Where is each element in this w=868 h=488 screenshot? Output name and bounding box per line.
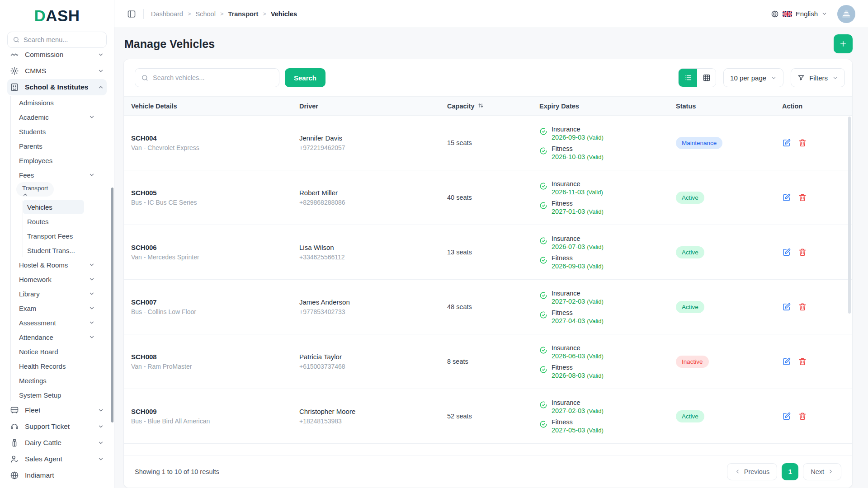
sidebar-item-transport-fees[interactable]: Transport Fees [23,229,84,243]
previous-page-button[interactable]: Previous [727,463,777,480]
sidebar-item-vehicles[interactable]: Vehicles [23,200,84,214]
sidebar-item-school-institutes[interactable]: School & Institutes [7,79,107,95]
status-cell: Active [676,192,782,204]
next-page-button[interactable]: Next [803,463,841,480]
sidebar-item-attendance[interactable]: Attendance [16,330,98,344]
sidebar-item-notice-board[interactable]: Notice Board [16,344,98,359]
delete-button[interactable] [798,193,807,202]
sidebar-item-hostel-rooms[interactable]: Hostel & Rooms [16,258,98,272]
page-1-button[interactable]: 1 [782,463,798,480]
language-label: English [796,10,818,18]
col-expiry-dates: Expiry Dates [539,103,676,110]
delete-button[interactable] [798,412,807,421]
sidebar-item-meetings[interactable]: Meetings [16,373,98,388]
sidebar-scrollbar[interactable] [111,188,113,422]
delete-button[interactable] [798,138,807,147]
vehicle-details-cell: SCH005 Bus - IC Bus CE Series [131,189,299,206]
sidebar-item-sales-agent[interactable]: Sales Agent [7,451,107,467]
sidebar-menu: Commission CMMS School & Institutes Admi… [0,52,114,488]
search-button[interactable]: Search [285,68,326,87]
chevron-down-icon [771,75,777,81]
delete-button[interactable] [798,357,807,366]
sidebar-item-fees[interactable]: Fees [16,168,98,182]
sidebar-item-exam[interactable]: Exam [16,301,98,315]
vehicle-details-cell: SCH009 Bus - Blue Bird All American [131,408,299,425]
sidebar-item-students[interactable]: Students [16,124,98,139]
edit-button[interactable] [782,193,791,202]
vehicle-search[interactable] [135,68,279,87]
card-footer: Showing 1 to 10 of 10 results Previous 1… [124,455,852,488]
delete-button[interactable] [798,302,807,311]
grid-view-button[interactable] [697,69,716,87]
insurance-expiry: Insurance 2027-02-03 (Valid) [539,290,676,305]
headset-icon [10,422,19,431]
add-vehicle-button[interactable] [834,34,853,53]
table-scrollbar[interactable] [848,117,851,314]
breadcrumb: Dashboard > School > Transport > Vehicle… [151,10,297,18]
sidebar-item-library[interactable]: Library [16,286,98,301]
filter-funnel-icon [797,74,805,81]
vehicle-search-input[interactable] [153,74,273,81]
avatar[interactable] [837,5,855,23]
sidebar-item-cmms[interactable]: CMMS [7,63,107,79]
chevron-down-icon [98,440,104,446]
sidebar-item-indiamart[interactable]: Indiamart [7,467,107,483]
language-selector[interactable]: English [771,10,827,18]
sidebar-item-commission[interactable]: Commission [7,52,107,63]
commission-icon [10,52,19,59]
gear-icon [10,66,19,75]
expiry-cell: Insurance 2026-07-03 (Valid) Fitness 202… [539,235,676,270]
sidebar-item-system-setup[interactable]: System Setup [16,388,98,402]
sidebar-item-assessment[interactable]: Assessment [16,315,98,330]
sidebar-item-parents[interactable]: Parents [16,139,98,153]
sidebar-item-health-records[interactable]: Health Records [16,359,98,373]
list-icon [684,74,692,82]
edit-button[interactable] [782,248,791,257]
driver-cell: Christopher Moore +18248153983 [299,408,447,425]
edit-button[interactable] [782,138,791,147]
col-capacity[interactable]: Capacity [447,102,539,110]
vehicle-details-cell: SCH007 Bus - Collins Low Floor [131,298,299,315]
action-cell [782,193,845,202]
sidebar-item-inventory[interactable]: Inventory [7,483,107,488]
breadcrumb-transport[interactable]: Transport [228,10,258,18]
check-circle-icon [539,291,547,300]
sidebar-item-transport[interactable]: Transport [16,182,54,197]
per-page-dropdown[interactable]: 10 per page [723,68,783,87]
chevron-up-icon [98,84,104,90]
sidebar-item-admissions[interactable]: Admissions [16,95,98,110]
sidebar-search-input[interactable] [24,36,101,43]
sort-icon[interactable] [477,102,484,110]
sidebar-item-homework[interactable]: Homework [16,272,98,286]
status-badge: Inactive [676,356,709,368]
sidebar-item-employees[interactable]: Employees [16,153,98,168]
table-body: SCH004 Van - Chevrolet Express Jennifer … [124,116,852,455]
edit-button[interactable] [782,412,791,421]
edit-button[interactable] [782,357,791,366]
filters-button[interactable]: Filters [791,68,845,87]
search-icon [13,36,20,43]
check-circle-icon [539,202,547,210]
sidebar-item-support-ticket[interactable]: Support Ticket [7,418,107,435]
sidebar-item-academic[interactable]: Academic [16,110,98,124]
status-badge: Active [676,410,704,422]
page-title: Manage Vehicles [124,38,215,51]
edit-button[interactable] [782,302,791,311]
sidebar-item-routes[interactable]: Routes [23,214,84,229]
breadcrumb-dashboard[interactable]: Dashboard [151,10,183,18]
school-submenu: Admissions Academic Students Parents Emp… [7,95,98,402]
breadcrumb-school[interactable]: School [196,10,216,18]
sidebar-toggle-button[interactable] [127,9,136,19]
globe-icon [10,471,19,480]
chevron-down-icon [98,68,104,74]
list-view-button[interactable] [679,69,697,87]
chevron-down-icon [98,456,104,462]
uk-flag-icon [783,11,792,17]
chevron-right-icon [828,469,834,474]
table-row: SCH007 Bus - Collins Low Floor James And… [124,280,852,334]
delete-button[interactable] [798,248,807,257]
sidebar-item-fleet[interactable]: Fleet [7,402,107,418]
sidebar-item-dairy-cattle[interactable]: Dairy Cattle [7,435,107,451]
sidebar-item-student-transport[interactable]: Student Trans... [23,243,84,258]
sidebar-search[interactable] [7,32,107,48]
